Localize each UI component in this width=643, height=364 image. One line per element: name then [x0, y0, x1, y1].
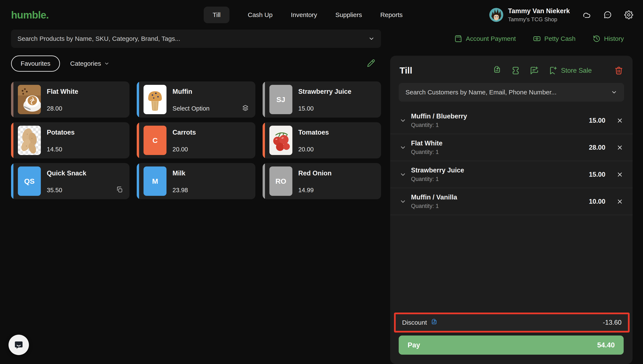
discount-amount: -13.60: [603, 319, 622, 326]
remove-item-button[interactable]: [616, 144, 623, 151]
remove-item-button[interactable]: [616, 198, 623, 205]
discount-row-highlight: Discount -13.60: [394, 312, 630, 332]
main-nav: Till Cash Up Inventory Suppliers Reports: [204, 0, 402, 30]
product-card-red-onion[interactable]: RO Red Onion 14.99: [262, 163, 381, 199]
product-card-flat-white[interactable]: Flat White 28.00: [11, 82, 130, 118]
expand-item-button[interactable]: [400, 117, 406, 124]
product-name: Muffin: [172, 88, 249, 96]
favourites-button[interactable]: Favourites: [11, 56, 60, 72]
remove-item-button[interactable]: [616, 117, 623, 124]
product-accent-bar: [137, 163, 139, 199]
product-variant-hint: Select Option: [172, 105, 249, 112]
product-price: 20.00: [298, 146, 375, 153]
cart-item-quantity: Quantity: 1: [411, 122, 467, 128]
cart-item-row: Strawberry Juice Quantity: 1 15.00: [390, 161, 632, 188]
cart-list: Muffin / Blueberry Quantity: 1 15.00 Fla…: [390, 107, 632, 215]
chevron-down-icon: [104, 61, 110, 66]
clear-till-trash-icon[interactable]: [614, 66, 623, 75]
product-price: 14.99: [298, 187, 375, 194]
cart-item-quantity: Quantity: 1: [411, 176, 464, 182]
chat-icon[interactable]: [603, 10, 612, 19]
support-chat-launcher[interactable]: [8, 335, 29, 355]
expand-item-button[interactable]: [400, 171, 406, 178]
chevron-down-icon[interactable]: [368, 36, 375, 42]
cart-item-price: 15.00: [589, 117, 605, 124]
banknote-icon: [533, 35, 541, 43]
product-accent-bar: [262, 122, 265, 158]
muffin-photo: [144, 85, 166, 114]
account-payment-link[interactable]: Account Payment: [454, 35, 516, 43]
product-card-carrots[interactable]: C Carrots 20.00: [137, 122, 255, 158]
product-accent-bar: [11, 122, 14, 158]
product-initials-tile: C: [144, 126, 166, 155]
product-card-strawberry-juice[interactable]: SJ Strawberry Juice 15.00: [262, 82, 381, 118]
product-price: 15.00: [298, 105, 375, 112]
product-card-milk[interactable]: M Milk 23.98: [137, 163, 255, 199]
discount-row[interactable]: Discount -13.60: [396, 314, 628, 331]
cart-item-price: 15.00: [589, 171, 605, 178]
product-name: Quick Snack: [47, 170, 124, 177]
cloud-sync-icon[interactable]: [582, 10, 591, 19]
add-note-icon[interactable]: [530, 66, 539, 75]
product-name: Potatoes: [47, 129, 124, 136]
product-card-quick-snack[interactable]: QS Quick Snack 35.50: [11, 163, 130, 199]
product-card-tomatoes[interactable]: Tomatoes 20.00: [262, 122, 381, 158]
customer-search-input[interactable]: Search Customers by Name, Email, Phone N…: [399, 83, 624, 102]
product-grid: Flat White 28.00 Muffin Select Option SJ…: [11, 82, 381, 199]
product-initials-tile: RO: [270, 166, 292, 196]
cart-item-row: Muffin / Blueberry Quantity: 1 15.00: [390, 107, 632, 134]
history-label: History: [604, 35, 624, 42]
brand-logo: humble.: [11, 9, 49, 21]
remove-item-button[interactable]: [616, 171, 623, 178]
avatar[interactable]: [489, 8, 503, 22]
product-card-potatoes[interactable]: Potatoes 14.50: [11, 122, 130, 158]
categories-dropdown[interactable]: Categories: [70, 60, 110, 67]
bookmark-plus-icon: [548, 66, 558, 75]
product-accent-bar: [262, 163, 265, 199]
product-search-input[interactable]: Search Products by Name, SKU, Category, …: [11, 30, 381, 48]
user-block: Tammy Van Niekerk Tammy's TCG Shop: [489, 0, 633, 30]
product-accent-bar: [137, 122, 139, 158]
product-accent-bar: [262, 82, 265, 118]
filters-row: Favourites Categories: [11, 56, 381, 72]
voucher-ticket-icon[interactable]: [511, 66, 520, 75]
flat-white-photo: [18, 85, 41, 114]
tab-inventory[interactable]: Inventory: [291, 11, 317, 18]
product-initials-tile: M: [144, 166, 166, 196]
product-name: Strawberry Juice: [298, 88, 375, 96]
app-window: humble. Till Cash Up Inventory Suppliers…: [0, 0, 643, 364]
product-price: 14.50: [47, 146, 124, 153]
product-card-muffin[interactable]: Muffin Select Option: [137, 82, 255, 118]
product-initials-tile: QS: [18, 166, 41, 196]
potatoes-photo: [18, 126, 41, 155]
tab-till[interactable]: Till: [204, 6, 230, 23]
petty-cash-label: Petty Cash: [544, 35, 576, 42]
expand-item-button[interactable]: [400, 144, 406, 151]
product-price: 35.50: [47, 187, 124, 194]
store-sale-label: Store Sale: [561, 67, 592, 74]
product-price: 20.00: [172, 146, 249, 153]
till-actions: Store Sale: [492, 66, 623, 75]
cart-item-name: Strawberry Juice: [411, 166, 464, 174]
history-link[interactable]: History: [592, 35, 624, 43]
top-bar: humble. Till Cash Up Inventory Suppliers…: [0, 0, 643, 30]
expand-item-button[interactable]: [400, 198, 406, 205]
pay-button[interactable]: Pay 54.40: [399, 336, 624, 355]
cart-item-name: Muffin / Vanilla: [411, 194, 457, 201]
settings-gear-icon[interactable]: [624, 10, 633, 19]
tab-reports[interactable]: Reports: [380, 11, 402, 18]
edit-favourites-button[interactable]: [367, 59, 375, 68]
customer-search-placeholder: Search Customers by Name, Email, Phone N…: [406, 89, 611, 96]
tab-suppliers[interactable]: Suppliers: [335, 11, 362, 18]
linked-copy-icon: [116, 186, 123, 194]
product-name: Tomatoes: [298, 129, 375, 136]
product-price: 28.00: [47, 105, 124, 112]
discount-tag-icon[interactable]: [492, 66, 502, 75]
chevron-down-icon[interactable]: [611, 89, 617, 96]
product-price: 23.98: [172, 187, 249, 194]
product-name: Red Onion: [298, 170, 375, 177]
user-info[interactable]: Tammy Van Niekerk Tammy's TCG Shop: [508, 7, 570, 23]
tab-cash-up[interactable]: Cash Up: [248, 11, 272, 18]
petty-cash-link[interactable]: Petty Cash: [533, 35, 576, 43]
store-sale-button[interactable]: Store Sale: [548, 66, 592, 75]
